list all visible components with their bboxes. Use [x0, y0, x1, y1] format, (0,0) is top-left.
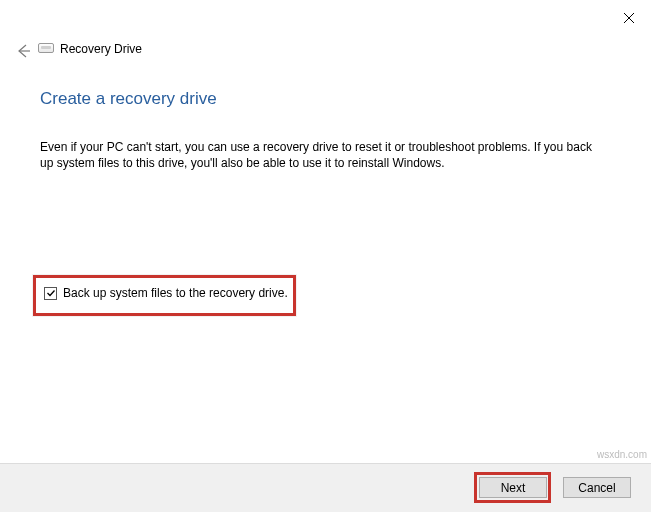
- backup-checkbox-row: Back up system files to the recovery dri…: [44, 286, 288, 300]
- backup-checkbox[interactable]: [44, 287, 57, 300]
- cancel-button-label: Cancel: [578, 481, 615, 495]
- cancel-button[interactable]: Cancel: [563, 477, 631, 498]
- drive-icon: [38, 43, 54, 55]
- page-heading: Create a recovery drive: [40, 89, 217, 109]
- window-title: Recovery Drive: [60, 42, 142, 56]
- backup-checkbox-label: Back up system files to the recovery dri…: [63, 286, 288, 300]
- next-button[interactable]: Next: [479, 477, 547, 498]
- page-description: Even if your PC can't start, you can use…: [40, 139, 607, 171]
- footer-bar: [0, 463, 651, 512]
- close-icon[interactable]: [623, 12, 635, 24]
- back-icon[interactable]: [14, 42, 32, 60]
- next-button-label: Next: [501, 481, 526, 495]
- watermark-text: wsxdn.com: [597, 449, 647, 460]
